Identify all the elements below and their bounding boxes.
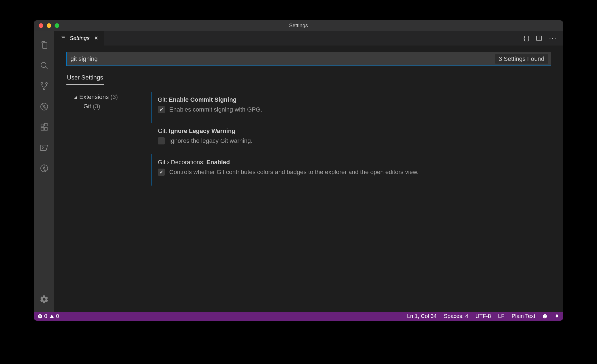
debug-icon[interactable] [34,96,54,117]
status-notifications-icon[interactable] [554,314,559,319]
settings-result-count: 3 Settings Found [495,54,548,64]
toc-label: Git [83,103,91,110]
svg-point-4 [43,88,45,90]
setting-description: Enables commit signing with GPG. [169,106,262,113]
status-cursor-position[interactable]: Ln 1, Col 34 [407,313,437,319]
settings-search-box: 3 Settings Found [66,52,551,66]
toc-count: (3) [93,103,100,110]
setting-scope: Git: [158,127,167,134]
tab-label: Settings [70,35,89,41]
setting-checkbox[interactable]: ✔ [158,106,165,113]
search-icon[interactable] [34,55,54,76]
status-language-text: Plain Text [512,313,535,319]
settings-gear-icon[interactable] [34,289,54,309]
settings-toc: ◢ Extensions (3) Git (3) [66,90,151,312]
svg-line-1 [45,67,47,69]
setting-scope: Git: [158,96,167,103]
status-left: 0 0 [38,313,59,319]
toc-item-extensions[interactable]: ◢ Extensions (3) [74,92,151,102]
toc-item-git[interactable]: Git (3) [74,102,151,111]
window-close-button[interactable] [39,23,43,28]
setting-title: Git: Enable Commit Signing [158,96,546,103]
setting-name: Enabled [206,159,230,166]
window-body: Settings × { } ··· 3 Settings Found [34,31,563,312]
app-window: Settings [34,20,563,321]
settings-scope-tabs: User Settings [66,71,551,85]
explorer-icon[interactable] [34,35,54,55]
status-errors-count: 0 [44,313,47,319]
setting-title: Git › Decorations: Enabled [158,159,546,166]
settings-list: Git: Enable Commit Signing ✔ Enables com… [151,90,551,312]
status-feedback-icon[interactable] [542,314,547,319]
status-warnings[interactable]: 0 [49,313,59,319]
setting-scope: Git [158,159,165,166]
setting-git-enable-commit-signing: Git: Enable Commit Signing ✔ Enables com… [151,92,551,123]
svg-point-3 [46,82,47,84]
tab-bar: Settings × { } ··· [54,31,563,46]
setting-checkbox[interactable]: ✔ [158,169,165,176]
status-eol[interactable]: LF [498,313,504,319]
status-indent-text: Spaces: 4 [444,313,468,319]
svg-rect-10 [44,123,47,126]
svg-rect-8 [41,127,44,130]
status-eol-text: LF [498,313,504,319]
svg-point-21 [544,315,544,316]
scope-tab-user[interactable]: User Settings [66,71,104,85]
window-minimize-button[interactable] [47,23,51,28]
status-language-mode[interactable]: Plain Text [512,313,535,319]
status-indentation[interactable]: Spaces: 4 [444,313,468,319]
setting-name: Ignore Legacy Warning [169,127,235,134]
extensions-icon[interactable] [34,117,54,137]
svg-rect-9 [44,127,47,130]
settings-search-input[interactable] [71,55,495,62]
toc-label: Extensions [79,93,109,101]
list-icon [60,35,66,42]
svg-point-2 [41,82,43,84]
svg-point-22 [545,315,546,316]
editor-actions: { } ··· [524,31,563,46]
status-right: Ln 1, Col 34 Spaces: 4 UTF-8 LF Plain Te… [407,313,559,319]
settings-editor: 3 Settings Found User Settings ◢ Extensi… [54,46,563,312]
settings-body: ◢ Extensions (3) Git (3) Git: [66,90,551,312]
status-cursor-text: Ln 1, Col 34 [407,313,437,319]
setting-git-ignore-legacy-warning: Git: Ignore Legacy Warning Ignores the l… [151,123,551,154]
editor-area: Settings × { } ··· 3 Settings Found [54,31,563,312]
window-title: Settings [34,22,563,29]
setting-description: Controls whether Git contributes colors … [169,169,419,176]
terminal-icon[interactable] [34,137,54,158]
setting-title: Git: Ignore Legacy Warning [158,127,546,135]
more-actions-icon[interactable]: ··· [549,34,557,42]
setting-name: Enable Commit Signing [169,96,236,103]
setting-checkbox[interactable] [158,137,165,144]
chevron-down-icon: ◢ [74,95,77,99]
activity-bar [34,31,54,312]
svg-point-12 [43,167,45,169]
open-settings-json-icon[interactable]: { } [524,35,530,42]
setting-crumb: › Decorations: [165,159,206,166]
status-bar: 0 0 Ln 1, Col 34 Spaces: 4 UTF-8 LF Plai… [34,312,563,321]
svg-rect-7 [41,124,44,127]
status-warnings-count: 0 [56,313,59,319]
setting-git-decorations-enabled: Git › Decorations: Enabled ✔ Controls wh… [151,154,551,186]
window-zoom-button[interactable] [55,23,59,28]
titlebar: Settings [34,20,563,31]
svg-point-0 [41,62,46,67]
tab-close-icon[interactable]: × [93,35,99,42]
status-errors[interactable]: 0 [38,313,47,319]
window-controls [34,23,59,28]
gitlens-icon[interactable] [34,158,54,178]
svg-point-20 [543,314,547,318]
setting-description: Ignores the legacy Git warning. [169,137,252,144]
status-encoding-text: UTF-8 [475,313,491,319]
tab-settings[interactable]: Settings × [54,31,104,46]
source-control-icon[interactable] [34,76,54,96]
status-encoding[interactable]: UTF-8 [475,313,491,319]
split-editor-icon[interactable] [536,35,542,41]
toc-count: (3) [111,93,118,101]
